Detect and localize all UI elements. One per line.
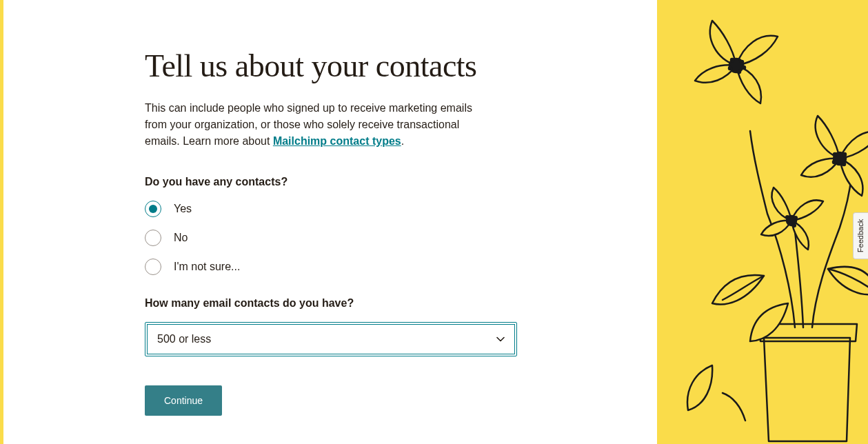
radio-label: I'm not sure... — [174, 261, 240, 273]
radio-label: No — [174, 232, 188, 244]
form-area: Tell us about your contacts This can inc… — [145, 48, 524, 416]
svg-point-11 — [833, 161, 836, 163]
chevron-down-icon — [496, 335, 505, 343]
radio-option-yes[interactable]: Yes — [145, 201, 524, 217]
page-heading: Tell us about your contacts — [145, 48, 524, 85]
svg-rect-0 — [657, 0, 868, 444]
feedback-tab[interactable]: Feedback — [853, 212, 868, 259]
radio-icon — [145, 230, 161, 246]
radio-option-not-sure[interactable]: I'm not sure... — [145, 259, 524, 275]
svg-point-2 — [731, 59, 734, 61]
continue-button[interactable]: Continue — [145, 385, 222, 416]
svg-point-15 — [793, 224, 796, 227]
contact-types-link[interactable]: Mailchimp contact types — [273, 135, 401, 147]
radio-group-have-contacts: Yes No I'm not sure... — [145, 201, 524, 275]
feedback-label: Feedback — [857, 219, 865, 252]
svg-point-3 — [740, 61, 743, 63]
svg-point-14 — [794, 216, 797, 219]
question-have-contacts-label: Do you have any contacts? — [145, 176, 524, 188]
radio-icon — [145, 201, 161, 217]
svg-point-13 — [786, 216, 789, 219]
subtext-after: . — [401, 135, 404, 147]
illustration-panel — [657, 0, 868, 444]
radio-label: Yes — [174, 203, 192, 215]
radio-option-no[interactable]: No — [145, 230, 524, 246]
svg-point-9 — [843, 153, 846, 156]
svg-point-5 — [729, 67, 731, 70]
question-how-many-label: How many email contacts do you have? — [145, 297, 524, 310]
main-content: Tell us about your contacts This can inc… — [3, 0, 657, 444]
radio-icon — [145, 259, 161, 275]
svg-point-8 — [834, 153, 836, 156]
contact-count-select-wrapper: 500 or less — [145, 322, 517, 356]
page-subtext: This can include people who signed up to… — [145, 100, 493, 150]
svg-point-4 — [738, 70, 740, 73]
contact-count-select[interactable]: 500 or less — [147, 324, 515, 354]
svg-point-6 — [743, 66, 745, 69]
select-value: 500 or less — [157, 333, 211, 345]
select-focus-ring: 500 or less — [145, 322, 517, 356]
svg-point-10 — [842, 163, 845, 165]
flower-illustration — [657, 0, 868, 444]
